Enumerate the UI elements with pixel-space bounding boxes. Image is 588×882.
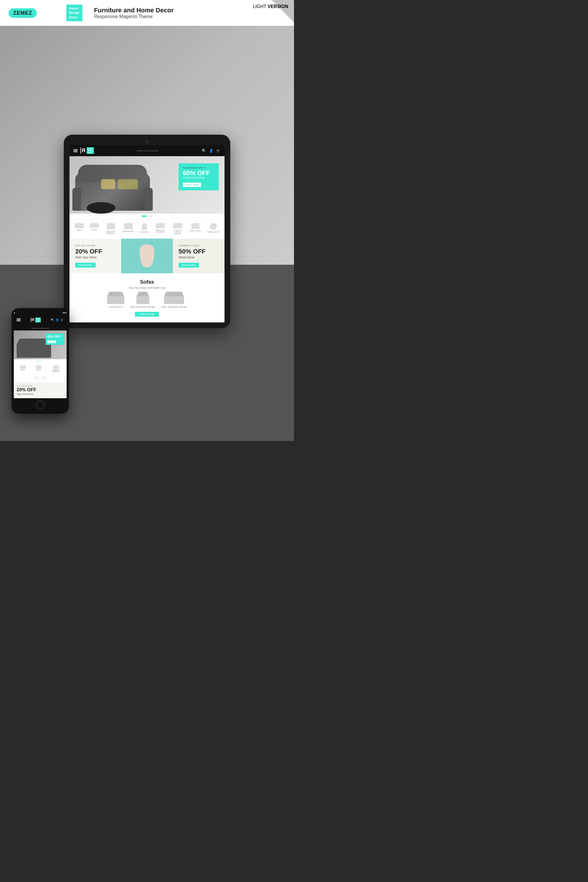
tablet-mockup: R InteiorDesignStore Welcome to our onli… bbox=[64, 135, 230, 328]
promo-right-card: CURRENT SALE 50% OFF Home Decor SHOP NOW bbox=[173, 238, 225, 273]
hero-pillows bbox=[101, 179, 138, 189]
phone-search-icon[interactable]: 🔍 bbox=[51, 318, 54, 321]
tablet-sofas-section: Sofas Your lazy days will thank you SOFA… bbox=[69, 273, 225, 322]
hero-sofa-arm-right bbox=[144, 188, 153, 211]
sofa-type-two-seater[interactable]: TWO SEATER SOFAS bbox=[161, 294, 187, 308]
sofas-section-title: Sofas bbox=[74, 279, 220, 285]
page-title: Furniture and Home Decor bbox=[94, 7, 173, 14]
category-laptop-tables[interactable]: STUDY & LAPTOP TABLES bbox=[172, 223, 184, 235]
category-chest-drawers[interactable]: CHEST OF DRAWERS bbox=[105, 223, 117, 235]
phone-cat-drawers-icon bbox=[53, 366, 59, 369]
category-chest-drawers-icon bbox=[107, 223, 115, 230]
category-beds-icon bbox=[75, 223, 84, 228]
tablet-top-bar bbox=[69, 140, 225, 143]
brand-reflego-text: REFLEGO bbox=[42, 5, 45, 21]
phone-cat-drawers-label: CHEST OF DRAWERS bbox=[52, 369, 60, 372]
phone-nav-logo: R InteiorDesignStore bbox=[31, 318, 41, 323]
phone-cat-sofas[interactable]: SOFAS bbox=[36, 366, 42, 371]
category-lighting-label: LIGHTING bbox=[140, 231, 149, 233]
slider-dot-2[interactable] bbox=[148, 215, 149, 217]
phone-cat-drawers[interactable]: CHEST OF DRAWERS bbox=[52, 366, 60, 372]
promo-right-discount: 50% OFF bbox=[178, 248, 219, 255]
category-laptop-tables-label: STUDY & LAPTOP TABLES bbox=[172, 230, 184, 235]
phone-promo-discount: 20% OFF bbox=[16, 387, 64, 393]
phone-dot-3 bbox=[42, 361, 43, 362]
phone-cart-icon[interactable]: 🛒 bbox=[61, 318, 64, 321]
category-sofas[interactable]: SOFAS bbox=[90, 223, 99, 235]
phone-hero-promo: 60% OFF SHOP NOW bbox=[46, 333, 64, 345]
promo-small-label: CLEARANCE UP TO bbox=[183, 167, 214, 169]
category-kitchens[interactable]: MODULAR KITCHENS bbox=[155, 223, 166, 235]
slider-dot-1[interactable] bbox=[142, 215, 146, 217]
sofa-one-seater-icon bbox=[136, 294, 149, 304]
phone-user-icon[interactable]: 👤 bbox=[56, 318, 59, 321]
promo-shop-now-btn[interactable]: SHOP NOW bbox=[183, 183, 201, 187]
light-label: LIGHT VERSION bbox=[253, 4, 288, 9]
phone-promo-section: GET AN EXTRA 20% OFF Style Your Home bbox=[14, 382, 67, 398]
phone-categories: BEDS SOFAS CHEST OF DRAWERS bbox=[14, 363, 67, 375]
promo-big-discount: 60% OFF bbox=[183, 170, 214, 176]
tablet-screen: R InteiorDesignStore Welcome to our onli… bbox=[69, 145, 225, 322]
hero-promo-box: CLEARANCE UP TO 60% OFF Limited Stock On… bbox=[178, 164, 219, 190]
zemez-logo[interactable]: ZEMEZ bbox=[9, 8, 37, 18]
phone-cat-beds-icon bbox=[20, 366, 26, 369]
hamburger-icon[interactable] bbox=[16, 320, 21, 320]
tablet-cart-icon[interactable]: 🛒 bbox=[216, 149, 220, 153]
brand-tagline: Furniture and Home Decor Responsive Mage… bbox=[94, 7, 173, 19]
tablet-hamburger-icon[interactable] bbox=[74, 150, 78, 151]
category-armchairs-label: ARM CHAIRS bbox=[190, 230, 201, 232]
hero-sofa-arm-left bbox=[72, 188, 81, 211]
phone-cat-beds[interactable]: BEDS bbox=[20, 366, 26, 371]
sofas-section-sub: Your lazy days will thank you bbox=[74, 286, 220, 290]
phone-status-icons: ●●● bbox=[63, 312, 67, 314]
category-chest-drawers-label: CHEST OF DRAWERS bbox=[105, 231, 117, 234]
category-sofas-label: SOFAS bbox=[91, 229, 98, 231]
sofa-two-seater-label: TWO SEATER SOFAS bbox=[161, 306, 187, 308]
category-sofas-icon bbox=[90, 223, 99, 228]
category-beds[interactable]: BEDS bbox=[75, 223, 84, 235]
tablet-camera bbox=[146, 140, 148, 143]
category-armchairs[interactable]: ARM CHAIRS bbox=[190, 223, 201, 235]
light-version-badge: LIGHT VERSION bbox=[247, 0, 294, 13]
category-home-decor[interactable]: HOME DECOR bbox=[207, 223, 220, 235]
phone-promo-extra-label: GET AN EXTRA bbox=[16, 385, 64, 387]
phone-time: ● bbox=[14, 312, 15, 314]
content-wrapper: ● ●●● R InteiorDesignStore 🔍 👤 🛒 Welcome… bbox=[0, 26, 294, 437]
sofa-sets-icon bbox=[107, 294, 124, 304]
phone-nav-arrows: ‹ › bbox=[14, 375, 67, 382]
sofa-type-one-seater[interactable]: ONE SEATER SOFAS bbox=[130, 294, 155, 308]
tablet-search-icon[interactable]: 🔍 bbox=[202, 149, 206, 153]
category-lighting[interactable]: LIGHTING bbox=[140, 223, 149, 235]
promo-left-btn[interactable]: SHOP NOW bbox=[75, 263, 96, 268]
category-home-decor-label: HOME DECOR bbox=[207, 231, 220, 233]
tablet-user-icon[interactable]: 👤 bbox=[209, 149, 213, 153]
sofas-shop-now-btn[interactable]: SHOP NOW bbox=[135, 312, 159, 316]
category-lighting-icon bbox=[142, 223, 147, 230]
promo-right-btn[interactable]: SHOP NOW bbox=[178, 263, 199, 268]
category-kitchens-icon bbox=[156, 223, 165, 228]
page-header: ZEMEZ REFLEGO R InteiorDesignStore Furni… bbox=[0, 0, 294, 26]
prev-arrow-btn[interactable]: ‹ bbox=[34, 376, 39, 381]
promo-sub-text: Limited Stock Only bbox=[183, 176, 214, 179]
tablet-logo-box: InteiorDesignStore bbox=[87, 147, 94, 154]
next-arrow-btn[interactable]: › bbox=[41, 376, 46, 381]
category-home-decor-icon bbox=[210, 223, 217, 230]
phone-mockup: ● ●●● R InteiorDesignStore 🔍 👤 🛒 Welcome… bbox=[12, 308, 69, 414]
promo-right-label: CURRENT SALE bbox=[178, 244, 219, 247]
promo-left-label: GET AN EXTRA bbox=[75, 244, 116, 247]
phone-home-button[interactable] bbox=[36, 400, 45, 409]
sofa-type-sets[interactable]: SOFA SETS bbox=[107, 294, 124, 308]
category-beds-label: BEDS bbox=[76, 230, 81, 231]
phone-logo-r: R bbox=[31, 318, 34, 322]
slider-dots bbox=[69, 214, 225, 219]
category-wardrobes[interactable]: WARDROBES bbox=[123, 223, 134, 235]
slider-dot-3[interactable] bbox=[150, 215, 152, 217]
brand-store-box: InteiorDesignStore bbox=[66, 4, 82, 21]
brand-section: REFLEGO R InteiorDesignStore bbox=[42, 4, 82, 21]
phone-dot-1 bbox=[38, 361, 39, 362]
phone-cat-sofas-label: SOFAS bbox=[36, 369, 41, 371]
tablet-logo: R InteiorDesignStore bbox=[80, 147, 94, 154]
category-laptop-tables-icon bbox=[173, 223, 182, 228]
phone-promo-btn[interactable]: SHOP NOW bbox=[47, 340, 56, 343]
promo-center-visual bbox=[121, 238, 173, 273]
